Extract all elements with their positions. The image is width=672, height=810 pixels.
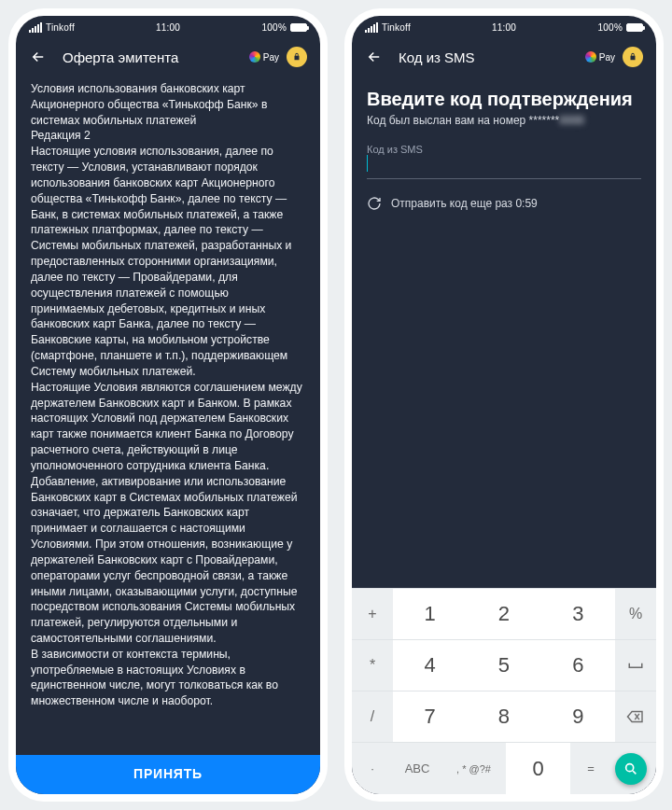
key-percent[interactable]: % — [615, 588, 656, 639]
sms-sub-prefix: Код был выслан вам на номер — [367, 114, 529, 127]
resend-button[interactable]: Отправить код еще раз 0:59 — [352, 179, 656, 228]
key-0[interactable]: 0 — [506, 742, 570, 794]
key-5[interactable]: 5 — [467, 639, 540, 691]
page-title: Код из SMS — [399, 49, 570, 65]
key-symbols[interactable]: , * @?# — [441, 742, 506, 794]
app-bar: Оферта эмитента Pay — [16, 36, 320, 77]
status-bar: Tinkoff 11:00 100% — [16, 16, 320, 36]
text-caret — [367, 155, 368, 172]
clock: 11:00 — [457, 22, 550, 33]
sms-code-input[interactable] — [367, 155, 641, 179]
key-equals[interactable]: = — [570, 742, 611, 794]
pay-icon — [585, 51, 596, 63]
accept-button[interactable]: ПРИНЯТЬ — [16, 755, 320, 794]
back-button[interactable] — [29, 48, 48, 66]
backspace-icon — [626, 710, 645, 723]
status-bar: Tinkoff 11:00 100% — [352, 16, 656, 36]
key-8[interactable]: 8 — [467, 691, 540, 742]
back-button[interactable] — [365, 48, 384, 66]
signal-icon — [29, 22, 42, 33]
key-6[interactable]: 6 — [541, 639, 615, 691]
sms-code-field: Код из SMS — [352, 144, 656, 179]
keyboard-search-button[interactable] — [615, 753, 647, 785]
signal-icon — [365, 22, 378, 33]
pay-label: Pay — [263, 52, 279, 63]
pay-badge[interactable]: Pay — [585, 51, 615, 63]
battery-pct: 100% — [262, 22, 287, 33]
lock-badge[interactable] — [287, 47, 307, 67]
svg-point-0 — [626, 764, 634, 772]
key-backspace[interactable] — [615, 691, 656, 742]
resend-label: Отправить код еще раз 0:59 — [391, 197, 538, 210]
offer-p3: Настоящие условия использования, далее п… — [31, 144, 305, 379]
clock: 11:00 — [121, 22, 214, 33]
key-slash[interactable]: / — [352, 691, 393, 742]
offer-p1: Условия использования банковских карт Ак… — [31, 81, 305, 128]
carrier-name: Tinkoff — [46, 22, 75, 33]
key-3[interactable]: 3 — [541, 588, 615, 639]
search-icon — [623, 761, 638, 776]
key-space[interactable] — [615, 639, 656, 691]
key-4[interactable]: 4 — [393, 639, 467, 691]
battery-icon — [290, 23, 307, 32]
sms-blurred: 8888 — [559, 114, 584, 127]
key-2[interactable]: 2 — [467, 588, 540, 639]
key-abc[interactable]: ABC — [393, 742, 441, 794]
phone-right: Tinkoff 11:00 100% Код из SMS Pay — [344, 8, 664, 802]
offer-body[interactable]: Условия использования банковских карт Ак… — [16, 77, 320, 794]
pay-label: Pay — [599, 52, 615, 63]
key-dot[interactable]: · — [352, 742, 393, 794]
offer-p2: Редакция 2 — [31, 128, 305, 144]
app-bar: Код из SMS Pay — [352, 36, 656, 77]
key-1[interactable]: 1 — [393, 588, 467, 639]
space-icon — [627, 661, 644, 670]
sms-subtitle: Код был выслан вам на номер *******8888 — [352, 114, 656, 144]
key-plus[interactable]: + — [352, 588, 393, 639]
key-9[interactable]: 9 — [541, 691, 615, 742]
sms-masked: ******* — [529, 114, 560, 127]
screen-right: Tinkoff 11:00 100% Код из SMS Pay — [352, 16, 656, 794]
numeric-keyboard: + 1 2 3 % * 4 5 6 / 7 8 9 — [352, 588, 656, 794]
key-star[interactable]: * — [352, 639, 393, 691]
page-title: Оферта эмитента — [63, 49, 234, 65]
pay-badge[interactable]: Pay — [249, 51, 279, 63]
offer-p4: Настоящие Условия являются соглашением м… — [31, 380, 305, 647]
sms-heading: Введите код подтверждения — [352, 77, 656, 114]
screen-left: Tinkoff 11:00 100% Оферта эмитента Pay — [16, 16, 320, 794]
carrier-name: Tinkoff — [382, 22, 411, 33]
battery-icon — [626, 23, 643, 32]
sms-field-label: Код из SMS — [367, 144, 641, 155]
lock-badge[interactable] — [623, 47, 643, 67]
battery-pct: 100% — [598, 22, 623, 33]
key-7[interactable]: 7 — [393, 691, 467, 742]
accept-label: ПРИНЯТЬ — [133, 765, 203, 783]
refresh-icon — [367, 196, 382, 211]
phone-left: Tinkoff 11:00 100% Оферта эмитента Pay — [8, 8, 328, 802]
pay-icon — [249, 51, 260, 63]
offer-p5: В зависимости от контекста термины, упот… — [31, 647, 305, 709]
